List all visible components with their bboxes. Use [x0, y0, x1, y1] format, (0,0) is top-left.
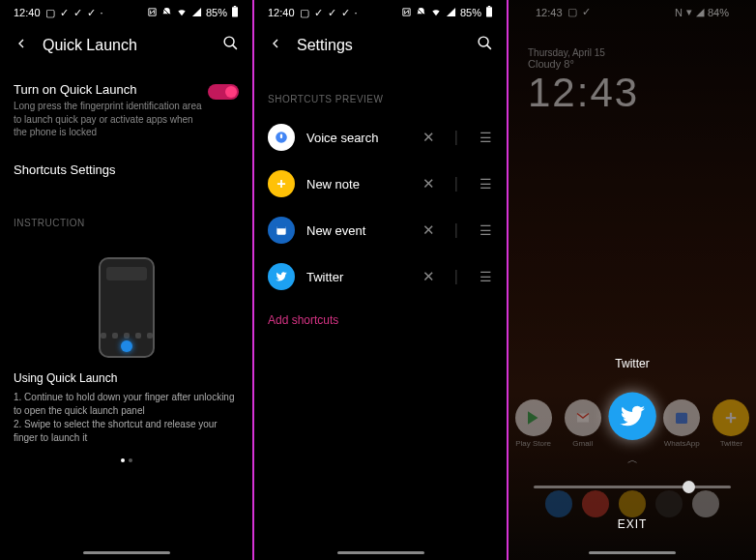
- twitter-icon: [608, 393, 655, 440]
- add-shortcuts-link[interactable]: Add shortcuts: [268, 300, 493, 340]
- svg-rect-2: [234, 6, 236, 7]
- svg-rect-1: [232, 7, 238, 16]
- lock-date: Thursday, April 15: [528, 47, 742, 58]
- signal-icon: [191, 7, 202, 19]
- nfc-icon: [401, 7, 412, 19]
- header: Quick Launch: [0, 21, 252, 69]
- toggle-desc: Long press the fingerprint identificatio…: [14, 100, 208, 139]
- dnd-icon: [161, 7, 172, 19]
- instruction-step: 2. Swipe to select the shortcut and rele…: [14, 418, 239, 445]
- drag-handle-icon[interactable]: ☰: [470, 130, 493, 145]
- notification-icon: ▢: [300, 7, 309, 19]
- back-icon[interactable]: [268, 36, 283, 55]
- back-icon[interactable]: [14, 36, 29, 55]
- shortcut-row-twitter[interactable]: Twitter ✕ | ☰: [268, 253, 493, 300]
- shortcut-label: Voice search: [306, 131, 403, 145]
- status-time: 12:43: [536, 7, 563, 18]
- notification-icon: ✓: [582, 6, 591, 18]
- lock-weather: Cloudy 8°: [528, 58, 742, 70]
- pager-dots: [14, 445, 239, 476]
- signal-icon: ◢: [696, 6, 704, 18]
- search-icon[interactable]: [222, 35, 239, 55]
- remove-icon[interactable]: ✕: [415, 268, 443, 285]
- shortcuts-settings-link[interactable]: Shortcuts Settings: [14, 147, 239, 192]
- screen-quicklaunch-overlay: 12:43 ▢ ✓ N ▾ ◢ 84% Thursday, April 15 C…: [509, 0, 756, 560]
- status-bar: 12:40 ▢ ✓ ✓ ✓ · 85%: [0, 0, 252, 21]
- wifi-icon: ▾: [686, 6, 692, 18]
- voice-search-icon: [268, 124, 295, 151]
- shortcut-label: Twitter: [306, 270, 403, 284]
- home-indicator[interactable]: [83, 551, 170, 554]
- battery-percent: 85%: [206, 7, 227, 18]
- battery-icon: [485, 6, 493, 19]
- svg-rect-5: [486, 7, 492, 16]
- notification-icon: ✓: [328, 7, 336, 19]
- battery-percent: 84%: [708, 7, 729, 18]
- page-title: Settings: [297, 37, 463, 54]
- svg-rect-6: [488, 6, 490, 7]
- home-indicator[interactable]: [337, 551, 424, 554]
- wifi-icon: [176, 7, 188, 19]
- notification-icon: ✓: [87, 7, 96, 19]
- battery-icon: [231, 6, 239, 19]
- notification-icon: ✓: [341, 7, 350, 19]
- shortcut-row-new-event[interactable]: New event ✕ | ☰: [268, 207, 493, 253]
- lock-screen-widget: Thursday, April 15 Cloudy 8° 12:43: [522, 20, 742, 116]
- toggle-title: Turn on Quick Launch: [14, 82, 208, 97]
- status-bar: 12:40 ▢ ✓ ✓ ✓ · 85%: [254, 0, 507, 21]
- shortcut-label: New event: [306, 223, 403, 238]
- drag-handle-icon[interactable]: ☰: [470, 222, 493, 238]
- dnd-icon: [416, 7, 426, 19]
- status-bar: 12:43 ▢ ✓ N ▾ ◢ 84%: [522, 0, 742, 20]
- status-time: 12:40: [14, 7, 41, 18]
- notification-icon: ▢: [567, 6, 577, 18]
- notification-icon: ✓: [314, 7, 323, 19]
- remove-icon[interactable]: ✕: [415, 221, 443, 239]
- header: Settings: [254, 21, 507, 69]
- note-icon: [268, 170, 295, 197]
- page-title: Quick Launch: [43, 37, 209, 54]
- battery-percent: 85%: [460, 7, 481, 18]
- svg-rect-10: [276, 226, 285, 228]
- shortcut-label: New note: [306, 177, 403, 192]
- wifi-icon: [430, 7, 442, 19]
- nfc-icon: [147, 7, 158, 19]
- svg-point-3: [224, 37, 234, 46]
- search-icon[interactable]: [477, 35, 493, 55]
- notification-icon: ✓: [73, 7, 82, 19]
- calendar-icon: [268, 217, 295, 244]
- lock-clock: 12:43: [528, 70, 742, 116]
- notification-icon: ·: [355, 7, 358, 18]
- ql-app-twitter-selected[interactable]: [600, 393, 665, 456]
- remove-icon[interactable]: ✕: [415, 129, 443, 146]
- instruction-label: INSTRUCTION: [14, 192, 239, 238]
- screen-settings: 12:40 ▢ ✓ ✓ ✓ · 85% Settings SHORTCUTS P…: [254, 0, 507, 560]
- svg-point-7: [479, 37, 488, 46]
- preview-label: SHORTCUTS PREVIEW: [268, 69, 493, 114]
- drag-handle-icon[interactable]: ☰: [470, 176, 493, 192]
- instruction-step: 1. Continue to hold down your finger aft…: [14, 391, 239, 418]
- instruction-title: Using Quick Launch: [14, 371, 239, 385]
- signal-icon: [446, 7, 456, 19]
- shortcut-row-new-note[interactable]: New note ✕ | ☰: [268, 161, 493, 207]
- toggle-quick-launch-row[interactable]: Turn on Quick Launch Long press the fing…: [14, 69, 239, 147]
- notification-icon: ·: [101, 7, 103, 18]
- notification-icon: ▢: [45, 7, 55, 19]
- instruction-illustration: [14, 238, 239, 371]
- twitter-icon: [268, 263, 295, 290]
- nfc-icon: N: [675, 7, 683, 18]
- drag-handle-icon[interactable]: ☰: [470, 269, 493, 284]
- status-time: 12:40: [268, 7, 295, 18]
- screen-quick-launch: 12:40 ▢ ✓ ✓ ✓ · 85% Quick Launch Turn on…: [0, 0, 252, 560]
- remove-icon[interactable]: ✕: [415, 175, 443, 192]
- shortcut-row-voice-search[interactable]: Voice search ✕ | ☰: [268, 114, 493, 161]
- notification-icon: ✓: [60, 7, 69, 19]
- toggle-switch[interactable]: [208, 84, 239, 100]
